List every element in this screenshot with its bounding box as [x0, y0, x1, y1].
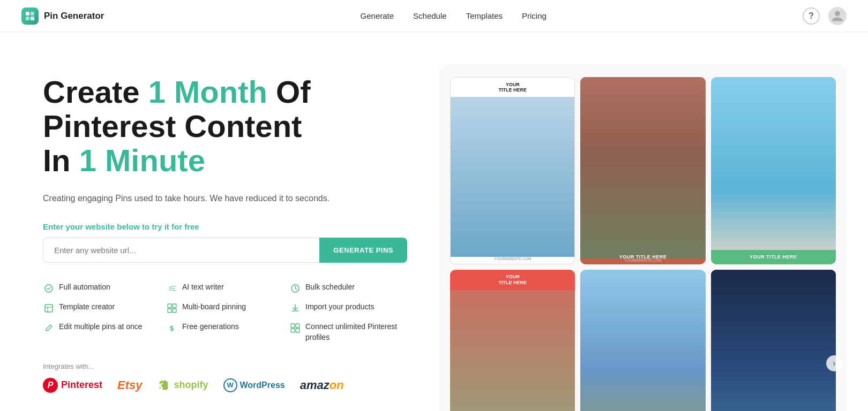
pin-image-6	[711, 270, 836, 411]
svg-rect-16	[296, 329, 300, 332]
nav-links: Generate Schedule Templates Pricing	[361, 11, 547, 20]
svg-rect-10	[168, 309, 171, 313]
pin-image-5	[580, 270, 705, 411]
help-button[interactable]: ?	[803, 7, 820, 25]
headline-create: Create	[43, 74, 148, 109]
feature-free-gen: $ Free generations	[166, 322, 284, 342]
logo-icon	[21, 7, 39, 25]
shopify-icon	[158, 378, 171, 392]
svg-rect-7	[45, 305, 53, 312]
headline-1minute: 1 Minute	[79, 143, 205, 178]
features-grid: Full automation T AI text writer Bulk sc…	[43, 282, 407, 342]
pin-title-3: YOUR TITLE HERE	[711, 250, 836, 264]
nav-schedule[interactable]: Schedule	[413, 11, 447, 20]
feature-label: Full automation	[59, 282, 110, 293]
feature-import-products: Import your products	[289, 302, 407, 314]
left-column: Create 1 Month Of Pinterest Content In 1…	[43, 64, 407, 393]
feature-multi-board: Multi-board pinning	[166, 302, 284, 314]
feature-bulk-scheduler: Bulk scheduler	[289, 282, 407, 294]
headline-in: In	[43, 143, 79, 178]
pin-image-2	[580, 77, 705, 258]
svg-rect-15	[291, 329, 295, 332]
etsy-label: Etsy	[117, 378, 142, 392]
template-icon	[43, 302, 55, 314]
svg-rect-14	[296, 324, 300, 328]
scheduler-icon	[289, 283, 301, 294]
feature-label: Import your products	[305, 302, 374, 313]
amazon-integration: amazon	[300, 378, 344, 392]
pinterest-icon: P	[43, 378, 58, 393]
feature-template-creator: Template creator	[43, 302, 161, 314]
pin-image-3	[711, 77, 836, 264]
svg-rect-8	[168, 304, 171, 308]
gallery-next-button[interactable]: ›	[826, 355, 842, 371]
pin-url-1: YOURWEBSITE.COM	[451, 257, 574, 264]
etsy-integration: Etsy	[117, 378, 142, 392]
headline-pinterest-content: Pinterest Content	[43, 109, 302, 143]
url-form: GENERATE PINS	[43, 238, 407, 263]
svg-rect-3	[31, 17, 34, 20]
svg-rect-1	[31, 12, 34, 16]
feature-label: Edit multiple pins at once	[59, 322, 143, 332]
feature-label: AI text writer	[182, 282, 224, 293]
right-column: YOUR TITLE HERE YOURWEBSITE.COM YOUR TIT…	[439, 64, 847, 411]
shopify-integration: shopify	[158, 378, 208, 392]
svg-rect-9	[173, 304, 176, 308]
feature-edit-multiple: Edit multiple pins at once	[43, 322, 161, 342]
wordpress-integration: W WordPress	[223, 378, 285, 392]
svg-rect-11	[173, 309, 176, 313]
pinterest-label: Pinterest	[61, 379, 102, 391]
pin-card-5: YOUR TITLE HERE YOURWEBSITE.COM	[580, 270, 705, 411]
feature-full-automation: Full automation	[43, 282, 161, 294]
enter-label: Enter your website below to try it for f…	[43, 222, 407, 231]
feature-label: Multi-board pinning	[182, 302, 246, 313]
wordpress-icon: W	[223, 378, 237, 392]
logo-link[interactable]: Pin Generator	[21, 7, 104, 25]
nav-templates[interactable]: Templates	[466, 11, 503, 20]
feature-ai-text: T AI text writer	[166, 282, 284, 294]
hero-headline: Create 1 Month Of Pinterest Content In 1…	[43, 75, 407, 177]
pin-card-1: YOUR TITLE HERE YOURWEBSITE.COM	[450, 77, 575, 264]
edit-icon	[43, 322, 55, 334]
shopify-label: shopify	[174, 379, 208, 391]
amazon-label: amazon	[300, 378, 344, 392]
svg-rect-13	[291, 324, 295, 328]
feature-connect-unlimited: Connect unlimited Pinterest profiles	[289, 322, 407, 342]
svg-rect-2	[26, 17, 29, 20]
ai-icon: T	[166, 283, 178, 294]
feature-label: Free generations	[182, 322, 239, 332]
pin-card-2: YOUR TITLE HERE YOURWEBSITE.COM	[580, 77, 705, 264]
logo-text: Pin Generator	[44, 11, 104, 21]
feature-label: Bulk scheduler	[305, 282, 355, 293]
automation-icon	[43, 283, 55, 294]
connect-icon	[289, 322, 301, 334]
headline-of: Of	[267, 74, 311, 109]
integrations-row: P Pinterest Etsy shopify W WordPress	[43, 378, 407, 393]
pin-grid: YOUR TITLE HERE YOURWEBSITE.COM YOUR TIT…	[450, 77, 836, 411]
import-icon	[289, 302, 301, 314]
feature-label: Template creator	[59, 302, 115, 313]
nav-pricing[interactable]: Pricing	[522, 11, 547, 20]
page-wrapper: Create 1 Month Of Pinterest Content In 1…	[0, 32, 868, 411]
nav-generate[interactable]: Generate	[361, 11, 394, 20]
pin-image-1	[451, 97, 574, 257]
generate-button[interactable]: GENERATE PINS	[319, 238, 407, 263]
pin-card-3: YOUR TITLE HERE	[711, 77, 836, 264]
pin-image-4	[450, 290, 575, 411]
pinterest-integration: P Pinterest	[43, 378, 102, 393]
hero-subtext: Creating engaging Pins used to take hour…	[43, 192, 407, 205]
pin-card-6: YOURTITLEHERE	[711, 270, 836, 411]
wordpress-label: WordPress	[240, 380, 285, 390]
pin-title-2: YOUR TITLE HERE	[580, 250, 705, 264]
pin-card-4: YOURTITLE HERE	[450, 270, 575, 411]
dollar-icon: $	[166, 322, 178, 334]
navbar: Pin Generator Generate Schedule Template…	[0, 0, 868, 32]
svg-rect-0	[26, 12, 29, 16]
pin-grid-container: YOUR TITLE HERE YOURWEBSITE.COM YOUR TIT…	[439, 64, 847, 411]
url-input[interactable]	[43, 238, 319, 263]
integrates-label: Integrates with...	[43, 362, 407, 370]
nav-right: ?	[803, 7, 847, 25]
headline-1month: 1 Month	[148, 74, 267, 109]
user-avatar[interactable]	[828, 7, 847, 25]
feature-label: Connect unlimited Pinterest profiles	[305, 322, 407, 342]
